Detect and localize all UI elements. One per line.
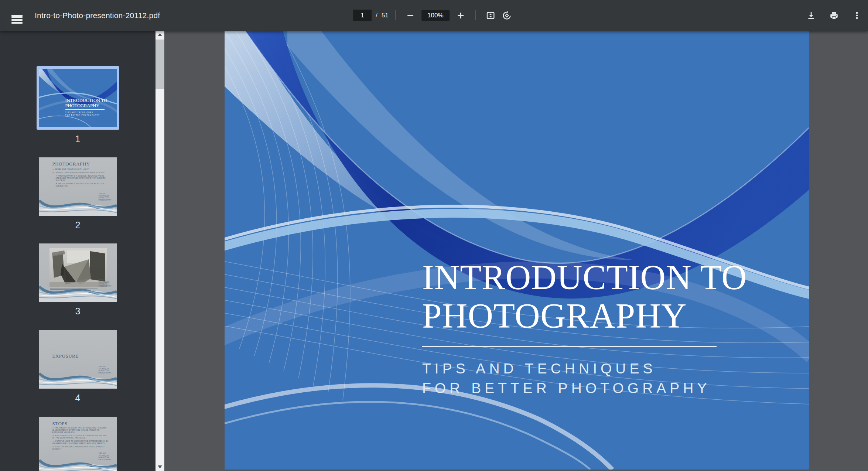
zoom-out-button[interactable] (402, 7, 418, 24)
thumb-slide5-title: STOPS (52, 421, 68, 427)
thumbnail-cell-4: EXPOSURE TIPS ANDTECHNIQUES FOR BETTERPH… (0, 330, 156, 403)
thumb-bullet: PHOTOGRAPHY IS ART BECAUSE ITS BEAUTY IS… (56, 182, 109, 187)
more-options-button[interactable] (849, 7, 865, 24)
hamburger-icon (11, 15, 23, 16)
minus-icon (406, 11, 415, 20)
page-number-input[interactable] (353, 10, 372, 21)
scrollbar-thumb[interactable] (156, 40, 164, 89)
thumb-title-line2: PHOTOGRAPHY (65, 103, 107, 109)
slide-title-block: INTRODUCTION TO PHOTOGRAPHY TIPS AND TEC… (422, 258, 747, 398)
thumbnail-slide-4: EXPOSURE TIPS ANDTECHNIQUES FOR BETTERPH… (39, 330, 117, 389)
sidebar-scrollbar[interactable] (156, 31, 164, 471)
thumbnail-page-2[interactable]: PHOTOGRAPHY GREEK FOR "PAINTING WITH LIG… (39, 157, 117, 216)
thumb-bullet: PHOTOGRAPHY IS A SCIENCE, BECAUSE THERE … (56, 175, 109, 181)
download-button[interactable] (803, 7, 819, 24)
print-button[interactable] (826, 7, 842, 24)
thumb-slide2-bullets: GREEK FOR "PAINTING WITH LIGHT" CAN BE C… (52, 168, 109, 188)
wave-footer (39, 279, 117, 302)
pdf-page-1: INTRODUCTION TO PHOTOGRAPHY TIPS AND TEC… (225, 31, 809, 470)
thumb-subtitle-line2: FOR BETTER PHOTOGRAPHY (65, 114, 107, 116)
thumbnail-cell-1: INTRODUCTION TO PHOTOGRAPHY TIPS AND TEC… (0, 66, 156, 144)
toolbar: Intro-to-Photo-presention-20112.pdf / 51… (0, 0, 868, 31)
thumbnail-page-3[interactable]: TIPS ANDTECHNIQUES FOR BETTERPHOTOGRAPHY (39, 243, 117, 302)
pdf-viewer-window: Intro-to-Photo-presention-20112.pdf / 51… (0, 0, 868, 471)
thumb-bullet: A STOP IS USED TO MEASURE THE DIFFERENCE… (52, 440, 109, 444)
thumb-slide4-title: EXPOSURE (52, 353, 79, 359)
rotate-counterclockwise-icon (502, 11, 512, 20)
zoom-in-button[interactable] (452, 7, 469, 24)
menu-button[interactable] (9, 7, 25, 24)
thumbnail-slide-5: STOPS THE AMOUNT OF LIGHT THAT STRIKES T… (39, 417, 117, 471)
thumb-subtitle-line1: TIPS AND TECHNIQUES (65, 111, 107, 114)
thumbnail-1-text: INTRODUCTION TO PHOTOGRAPHY TIPS AND TEC… (65, 98, 107, 116)
document-title: Intro-to-Photo-presention-20112.pdf (35, 11, 160, 20)
thumbnail-slide-3: TIPS ANDTECHNIQUES FOR BETTERPHOTOGRAPHY (39, 243, 117, 302)
thumbnail-page-number: 4 (75, 393, 81, 403)
thumbnail-cell-3: TIPS ANDTECHNIQUES FOR BETTERPHOTOGRAPHY… (0, 243, 156, 317)
wave-footer (39, 366, 117, 389)
toolbar-separator (395, 10, 396, 20)
page-total: 51 (382, 12, 389, 19)
document-viewport: INTRODUCTION TO PHOTOGRAPHY TIPS AND TEC… (164, 31, 868, 471)
slide-subtitle-line2: FOR BETTER PHOTOGRAPHY (422, 378, 747, 398)
title-divider (422, 346, 717, 347)
thumbnail-slide-2: PHOTOGRAPHY GREEK FOR "PAINTING WITH LIG… (39, 157, 117, 216)
thumbnail-page-number: 3 (75, 306, 81, 317)
thumb-bullet: CAN BE CONSIDERED BOTH AN ART AND A SCIE… (52, 171, 109, 174)
slide-title-line1: INTRODUCTION TO (422, 258, 747, 297)
fit-to-page-icon (486, 11, 495, 20)
thumbnail-page-number: 1 (75, 134, 81, 144)
download-icon (806, 11, 816, 20)
thumb-bullet: "FAST" MEANS THE CAMERA CAN EXPOSE A PHO… (52, 446, 109, 450)
page-divider: / (376, 12, 377, 19)
thumbnail-cell-2: PHOTOGRAPHY GREEK FOR "PAINTING WITH LIG… (0, 157, 156, 231)
thumb-slide2-title: PHOTOGRAPHY (52, 161, 90, 167)
fit-page-button[interactable] (482, 7, 499, 24)
thumb-bullet: A DIFFERENCE OF 1 STOP IS A DOUBLING OR … (52, 434, 109, 439)
scrollbar-down-button[interactable] (156, 463, 164, 471)
wave-footer (39, 193, 117, 216)
thumb-title-line1: INTRODUCTION TO (65, 98, 107, 103)
wave-art (225, 31, 809, 470)
thumb-slide5-bullets: THE AMOUNT OF LIGHT THAT STRIKES THE FIL… (52, 427, 109, 451)
thumbnail-page-5[interactable]: STOPS THE AMOUNT OF LIGHT THAT STRIKES T… (39, 417, 117, 471)
thumbnail-sidebar: INTRODUCTION TO PHOTOGRAPHY TIPS AND TEC… (0, 31, 164, 471)
thumb-bullet: GREEK FOR "PAINTING WITH LIGHT" (52, 168, 109, 170)
wave-footer (39, 453, 117, 471)
toolbar-right (803, 7, 868, 24)
thumbnail-page-4[interactable]: EXPOSURE TIPS ANDTECHNIQUES FOR BETTERPH… (39, 330, 117, 389)
three-dot-menu-icon (852, 11, 861, 20)
thumbnail-cell-5: STOPS THE AMOUNT OF LIGHT THAT STRIKES T… (0, 417, 156, 471)
triangle-down-icon (158, 465, 162, 468)
slide-title-line2: PHOTOGRAPHY (422, 297, 747, 335)
rotate-button[interactable] (499, 7, 515, 24)
scrollbar-up-button[interactable] (156, 31, 164, 39)
printer-icon (829, 11, 839, 20)
thumbnail-slide-1: INTRODUCTION TO PHOTOGRAPHY TIPS AND TEC… (39, 69, 117, 127)
slide-subtitle-line1: TIPS AND TECHNIQUES (422, 359, 747, 378)
toolbar-center: / 51 100% (353, 0, 515, 31)
thumb-title-divider (65, 109, 105, 110)
thumbnail-page-1[interactable]: INTRODUCTION TO PHOTOGRAPHY TIPS AND TEC… (37, 66, 119, 130)
plus-icon (456, 11, 465, 20)
thumbnail-page-number: 2 (75, 220, 81, 231)
triangle-up-icon (158, 33, 162, 36)
toolbar-separator (475, 10, 476, 20)
toolbar-left: Intro-to-Photo-presention-20112.pdf (0, 7, 160, 24)
thumb-bullet: THE AMOUNT OF LIGHT THAT STRIKES THE FIL… (52, 427, 109, 433)
zoom-level-display: 100% (421, 10, 450, 21)
